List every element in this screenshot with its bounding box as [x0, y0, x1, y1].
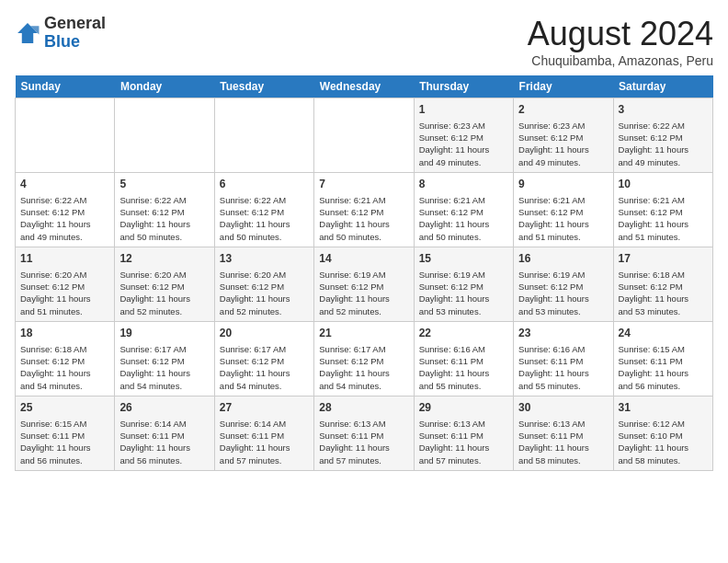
- day-detail: Sunrise: 6:21 AM Sunset: 6:12 PM Dayligh…: [518, 194, 608, 243]
- calendar-cell: 2Sunrise: 6:23 AM Sunset: 6:12 PM Daylig…: [514, 98, 613, 173]
- calendar-cell: 25Sunrise: 6:15 AM Sunset: 6:11 PM Dayli…: [16, 396, 115, 470]
- day-detail: Sunrise: 6:15 AM Sunset: 6:11 PM Dayligh…: [20, 418, 109, 466]
- day-number: 2: [518, 102, 608, 118]
- calendar-cell: 20Sunrise: 6:17 AM Sunset: 6:12 PM Dayli…: [214, 321, 313, 396]
- day-detail: Sunrise: 6:20 AM Sunset: 6:12 PM Dayligh…: [20, 269, 109, 317]
- title-block: August 2024 Chuquibamba, Amazonas, Peru: [528, 15, 713, 68]
- calendar-cell: 9Sunrise: 6:21 AM Sunset: 6:12 PM Daylig…: [514, 172, 613, 247]
- day-number: 27: [220, 400, 309, 416]
- day-detail: Sunrise: 6:22 AM Sunset: 6:12 PM Dayligh…: [20, 194, 109, 243]
- day-number: 17: [619, 251, 708, 267]
- col-thursday: Thursday: [414, 75, 513, 98]
- day-number: 31: [619, 400, 708, 416]
- day-number: 18: [20, 326, 109, 341]
- day-detail: Sunrise: 6:21 AM Sunset: 6:12 PM Dayligh…: [419, 194, 508, 243]
- day-number: 4: [20, 177, 109, 192]
- day-number: 19: [119, 326, 209, 341]
- day-detail: Sunrise: 6:22 AM Sunset: 6:12 PM Dayligh…: [220, 194, 309, 243]
- calendar-header: Sunday Monday Tuesday Wednesday Thursday…: [16, 75, 713, 98]
- calendar-cell: [214, 98, 313, 173]
- month-title: August 2024: [528, 15, 713, 53]
- day-detail: Sunrise: 6:16 AM Sunset: 6:11 PM Dayligh…: [518, 343, 608, 392]
- calendar-cell: 7Sunrise: 6:21 AM Sunset: 6:12 PM Daylig…: [314, 172, 414, 247]
- page-header: General Blue August 2024 Chuquibamba, Am…: [15, 15, 713, 68]
- day-detail: Sunrise: 6:19 AM Sunset: 6:12 PM Dayligh…: [419, 269, 508, 317]
- calendar-cell: 24Sunrise: 6:15 AM Sunset: 6:11 PM Dayli…: [613, 321, 712, 396]
- day-detail: Sunrise: 6:17 AM Sunset: 6:12 PM Dayligh…: [119, 343, 209, 392]
- calendar-week-3: 11Sunrise: 6:20 AM Sunset: 6:12 PM Dayli…: [16, 247, 713, 321]
- day-detail: Sunrise: 6:21 AM Sunset: 6:12 PM Dayligh…: [619, 194, 708, 243]
- calendar-cell: 30Sunrise: 6:13 AM Sunset: 6:11 PM Dayli…: [514, 396, 613, 470]
- calendar-cell: 13Sunrise: 6:20 AM Sunset: 6:12 PM Dayli…: [214, 247, 313, 321]
- calendar-cell: 16Sunrise: 6:19 AM Sunset: 6:12 PM Dayli…: [514, 247, 613, 321]
- col-monday: Monday: [115, 75, 214, 98]
- day-number: 21: [319, 326, 408, 341]
- calendar-cell: 19Sunrise: 6:17 AM Sunset: 6:12 PM Dayli…: [115, 321, 214, 396]
- days-of-week-row: Sunday Monday Tuesday Wednesday Thursday…: [16, 75, 713, 98]
- day-number: 23: [518, 326, 608, 341]
- day-detail: Sunrise: 6:23 AM Sunset: 6:12 PM Dayligh…: [419, 120, 508, 168]
- day-number: 22: [419, 326, 508, 341]
- logo: General Blue: [15, 15, 106, 52]
- calendar-cell: 26Sunrise: 6:14 AM Sunset: 6:11 PM Dayli…: [115, 396, 214, 470]
- day-detail: Sunrise: 6:20 AM Sunset: 6:12 PM Dayligh…: [119, 269, 209, 317]
- day-detail: Sunrise: 6:18 AM Sunset: 6:12 PM Dayligh…: [20, 343, 109, 392]
- calendar-cell: [314, 98, 414, 173]
- calendar-table: Sunday Monday Tuesday Wednesday Thursday…: [15, 75, 713, 471]
- day-number: 29: [419, 400, 508, 416]
- col-saturday: Saturday: [613, 75, 712, 98]
- day-detail: Sunrise: 6:13 AM Sunset: 6:11 PM Dayligh…: [518, 418, 608, 466]
- day-detail: Sunrise: 6:17 AM Sunset: 6:12 PM Dayligh…: [319, 343, 408, 392]
- day-detail: Sunrise: 6:19 AM Sunset: 6:12 PM Dayligh…: [319, 269, 408, 317]
- calendar-cell: 12Sunrise: 6:20 AM Sunset: 6:12 PM Dayli…: [115, 247, 214, 321]
- calendar-week-4: 18Sunrise: 6:18 AM Sunset: 6:12 PM Dayli…: [16, 321, 713, 396]
- calendar-cell: 17Sunrise: 6:18 AM Sunset: 6:12 PM Dayli…: [613, 247, 712, 321]
- day-number: 5: [119, 177, 209, 192]
- logo-general: General: [44, 14, 106, 32]
- day-detail: Sunrise: 6:15 AM Sunset: 6:11 PM Dayligh…: [619, 343, 708, 392]
- calendar-cell: 5Sunrise: 6:22 AM Sunset: 6:12 PM Daylig…: [115, 172, 214, 247]
- day-number: 11: [20, 251, 109, 267]
- calendar-cell: 27Sunrise: 6:14 AM Sunset: 6:11 PM Dayli…: [214, 396, 313, 470]
- day-number: 20: [220, 326, 309, 341]
- day-number: 30: [518, 400, 608, 416]
- calendar-cell: 1Sunrise: 6:23 AM Sunset: 6:12 PM Daylig…: [414, 98, 513, 173]
- calendar-week-1: 1Sunrise: 6:23 AM Sunset: 6:12 PM Daylig…: [16, 98, 713, 173]
- logo-blue-text: Blue: [44, 32, 80, 51]
- day-number: 26: [119, 400, 209, 416]
- day-detail: Sunrise: 6:22 AM Sunset: 6:12 PM Dayligh…: [119, 194, 209, 243]
- col-friday: Friday: [514, 75, 613, 98]
- day-detail: Sunrise: 6:17 AM Sunset: 6:12 PM Dayligh…: [220, 343, 309, 392]
- calendar-cell: 15Sunrise: 6:19 AM Sunset: 6:12 PM Dayli…: [414, 247, 513, 321]
- calendar-cell: 28Sunrise: 6:13 AM Sunset: 6:11 PM Dayli…: [314, 396, 414, 470]
- calendar-cell: 3Sunrise: 6:22 AM Sunset: 6:12 PM Daylig…: [613, 98, 712, 173]
- day-number: 28: [319, 400, 408, 416]
- day-number: 14: [319, 251, 408, 267]
- col-wednesday: Wednesday: [314, 75, 414, 98]
- location-subtitle: Chuquibamba, Amazonas, Peru: [528, 53, 713, 68]
- calendar-cell: 23Sunrise: 6:16 AM Sunset: 6:11 PM Dayli…: [514, 321, 613, 396]
- day-detail: Sunrise: 6:12 AM Sunset: 6:10 PM Dayligh…: [619, 418, 708, 466]
- calendar-cell: 21Sunrise: 6:17 AM Sunset: 6:12 PM Dayli…: [314, 321, 414, 396]
- day-number: 25: [20, 400, 109, 416]
- logo-text: General Blue: [44, 15, 106, 52]
- calendar-body: 1Sunrise: 6:23 AM Sunset: 6:12 PM Daylig…: [16, 98, 713, 471]
- day-number: 1: [419, 102, 508, 118]
- calendar-cell: 8Sunrise: 6:21 AM Sunset: 6:12 PM Daylig…: [414, 172, 513, 247]
- day-number: 6: [220, 177, 309, 192]
- day-number: 10: [619, 177, 708, 192]
- day-number: 7: [319, 177, 408, 192]
- calendar-cell: 10Sunrise: 6:21 AM Sunset: 6:12 PM Dayli…: [613, 172, 712, 247]
- calendar-cell: 14Sunrise: 6:19 AM Sunset: 6:12 PM Dayli…: [314, 247, 414, 321]
- logo-icon: [15, 20, 40, 46]
- day-number: 8: [419, 177, 508, 192]
- calendar-cell: [16, 98, 115, 173]
- day-detail: Sunrise: 6:20 AM Sunset: 6:12 PM Dayligh…: [220, 269, 309, 317]
- calendar-cell: 6Sunrise: 6:22 AM Sunset: 6:12 PM Daylig…: [214, 172, 313, 247]
- day-detail: Sunrise: 6:23 AM Sunset: 6:12 PM Dayligh…: [518, 120, 608, 168]
- calendar-cell: 4Sunrise: 6:22 AM Sunset: 6:12 PM Daylig…: [16, 172, 115, 247]
- calendar-cell: 31Sunrise: 6:12 AM Sunset: 6:10 PM Dayli…: [613, 396, 712, 470]
- day-number: 9: [518, 177, 608, 192]
- calendar-cell: 18Sunrise: 6:18 AM Sunset: 6:12 PM Dayli…: [16, 321, 115, 396]
- calendar-week-2: 4Sunrise: 6:22 AM Sunset: 6:12 PM Daylig…: [16, 172, 713, 247]
